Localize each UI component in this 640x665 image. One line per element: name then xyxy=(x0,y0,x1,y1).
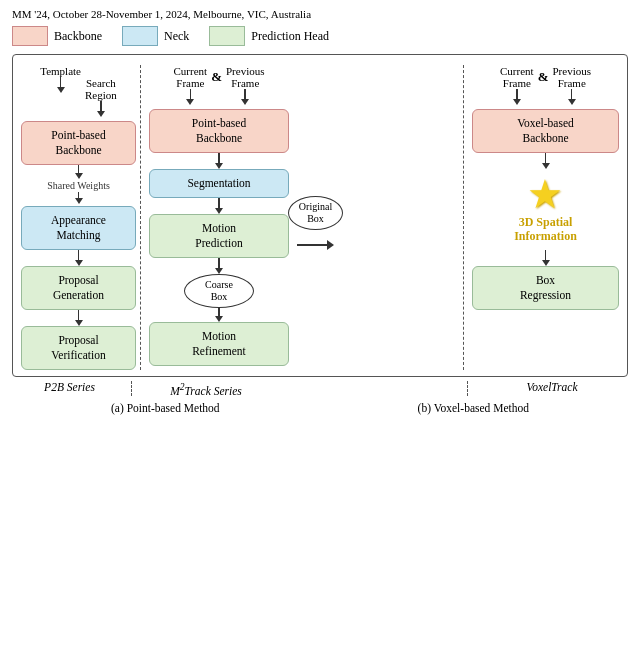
p2b-template-arrow-head xyxy=(57,87,65,93)
m2t-arrow3 xyxy=(149,258,289,274)
diagram: Template Search Region Point-basedBackbo… xyxy=(12,54,628,377)
voxel-current-arrow-head xyxy=(513,99,521,105)
m2t-arrow1 xyxy=(149,153,289,169)
p2b-search-arrow-head xyxy=(97,111,105,117)
point-series-labels: P2B Series M2Track Series xyxy=(12,381,468,397)
p2b-arrow3 xyxy=(21,250,136,266)
m2t-arrow2 xyxy=(149,198,289,214)
orig-arrow-head xyxy=(327,240,334,250)
p2b-column: Template Search Region Point-basedBackbo… xyxy=(21,65,141,370)
shared-weights-label: Shared Weights xyxy=(47,180,110,191)
p2b-backbone-text: Point-basedBackbone xyxy=(51,129,105,156)
predhead-label: Prediction Head xyxy=(251,29,329,44)
p2b-template-label: Template xyxy=(40,65,81,77)
m2t-header: CurrentFrame & PreviousFrame xyxy=(174,65,265,105)
voxel-previous-label: PreviousFrame xyxy=(552,65,591,89)
voxel-arrow1 xyxy=(472,153,619,169)
point-based-panel: Template Search Region Point-basedBackbo… xyxy=(21,65,464,370)
spatial-info-container: ★ 3D SpatialInformation xyxy=(514,175,577,244)
caption-point-based: (a) Point-based Method xyxy=(111,402,220,414)
coarse-box-oval: CoarseBox xyxy=(184,274,254,308)
m2t-backbone-text: Point-basedBackbone xyxy=(192,117,246,144)
voxel-backbone-box: Voxel-basedBackbone xyxy=(472,109,619,153)
coarse-box-wrapper: CoarseBox xyxy=(149,274,289,308)
spatial-info-text: 3D SpatialInformation xyxy=(514,215,577,244)
voxel-previous-arrow-line xyxy=(571,89,573,99)
motion-refinement-box: MotionRefinement xyxy=(149,322,289,366)
series-labels-row: P2B Series M2Track Series VoxelTrack xyxy=(12,381,628,397)
orig-arrow-line xyxy=(297,244,327,246)
neck-legend-box xyxy=(122,26,158,46)
p2b-arrow2 xyxy=(21,192,136,206)
box-regression-text: BoxRegression xyxy=(520,274,571,301)
citation: MM '24, October 28-November 1, 2024, Mel… xyxy=(12,8,628,20)
m2t-current-label: CurrentFrame xyxy=(174,65,208,89)
motion-prediction-text: MotionPrediction xyxy=(195,222,242,249)
proposal-generation-text: ProposalGeneration xyxy=(53,274,104,301)
neck-label: Neck xyxy=(164,29,189,44)
m2track-column: CurrentFrame & PreviousFrame Point-based… xyxy=(149,65,289,370)
coarse-box-text: CoarseBox xyxy=(205,279,233,302)
m2t-backbone-box: Point-basedBackbone xyxy=(149,109,289,153)
appearance-matching-text: AppearanceMatching xyxy=(51,214,106,241)
star-icon: ★ xyxy=(527,175,563,215)
proposal-verification-text: ProposalVerification xyxy=(51,334,105,361)
m2t-current-arrow-line xyxy=(190,89,192,99)
m2t-arrow4 xyxy=(149,308,289,322)
segmentation-text: Segmentation xyxy=(187,177,250,189)
voxel-previous-arrow-head xyxy=(568,99,576,105)
original-box-arrow xyxy=(297,240,334,250)
p2b-series-label: P2B Series xyxy=(12,381,132,397)
p2b-arrow4 xyxy=(21,310,136,326)
original-box-oval: OriginalBox xyxy=(288,196,343,230)
appearance-matching-box: AppearanceMatching xyxy=(21,206,136,250)
voxel-current-arrow-line xyxy=(516,89,518,99)
voxel-current-label: CurrentFrame xyxy=(500,65,534,89)
m2t-previous-arrow-head xyxy=(241,99,249,105)
legend-neck: Neck xyxy=(122,26,189,46)
p2b-header: Template Search Region xyxy=(40,65,117,117)
predhead-legend-box xyxy=(209,26,245,46)
proposal-generation-box: ProposalGeneration xyxy=(21,266,136,310)
original-box-text: OriginalBox xyxy=(299,201,332,224)
p2b-region-label: Region xyxy=(85,89,117,101)
voxel-panel: CurrentFrame & PreviousFrame Voxel-based… xyxy=(464,65,619,370)
voxel-arrow2 xyxy=(472,250,619,266)
legend: Backbone Neck Prediction Head xyxy=(12,26,628,46)
m2t-series-label: M2Track Series xyxy=(136,381,276,397)
box-regression-box: BoxRegression xyxy=(472,266,619,310)
backbone-label: Backbone xyxy=(54,29,102,44)
voxel-backbone-text: Voxel-basedBackbone xyxy=(517,117,574,144)
m2t-previous-label: PreviousFrame xyxy=(226,65,265,89)
p2b-search-arrow-line xyxy=(100,101,102,111)
backbone-legend-box xyxy=(12,26,48,46)
p2b-arrow1 xyxy=(21,165,136,179)
m2t-previous-arrow-line xyxy=(244,89,246,99)
motion-prediction-wrapper: MotionPrediction OriginalBox xyxy=(149,214,289,258)
voxel-series-label: VoxelTrack xyxy=(468,381,628,397)
legend-prediction-head: Prediction Head xyxy=(209,26,329,46)
voxel-header: CurrentFrame & PreviousFrame xyxy=(500,65,591,105)
captions-row: (a) Point-based Method (b) Voxel-based M… xyxy=(12,402,628,414)
caption-voxel-based: (b) Voxel-based Method xyxy=(418,402,529,414)
motion-prediction-box: MotionPrediction xyxy=(149,214,289,258)
p2b-template-arrow-line xyxy=(60,77,62,87)
segmentation-box: Segmentation xyxy=(149,169,289,198)
p2b-backbone-box: Point-basedBackbone xyxy=(21,121,136,165)
motion-refinement-text: MotionRefinement xyxy=(192,330,246,357)
m2t-current-arrow-head xyxy=(186,99,194,105)
legend-backbone: Backbone xyxy=(12,26,102,46)
original-box-container: OriginalBox xyxy=(288,196,343,250)
proposal-verification-box: ProposalVerification xyxy=(21,326,136,370)
p2b-search-label: Search xyxy=(86,77,116,89)
